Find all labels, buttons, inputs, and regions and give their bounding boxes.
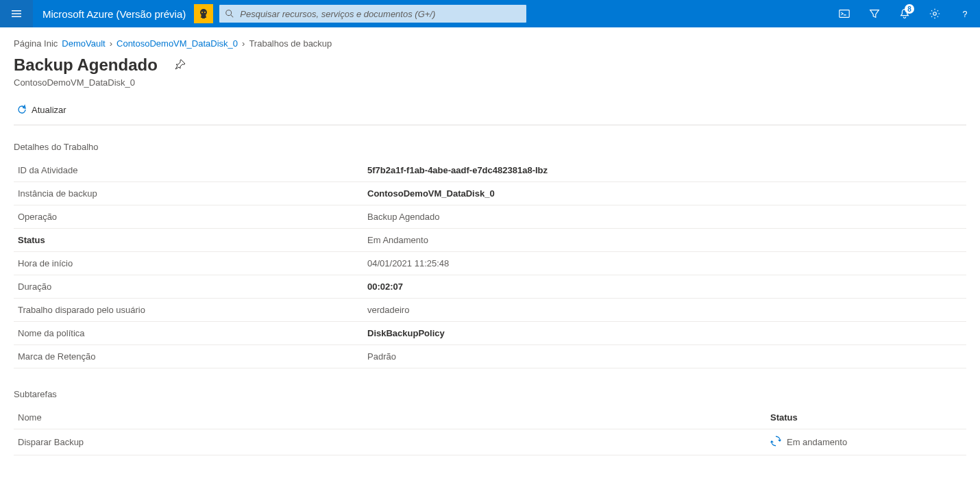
detail-label: Nome da política <box>14 322 363 345</box>
help-button[interactable]: ? <box>950 0 980 27</box>
breadcrumb-home[interactable]: Página Inic <box>14 38 58 49</box>
detail-value: 5f7b2a1f-f1ab-4abe-aadf-e7dc482381a8-Ibz <box>363 159 966 182</box>
detail-row: StatusEm Andamento <box>14 229 966 252</box>
detail-label: Duração <box>14 275 363 299</box>
pin-button[interactable] <box>174 59 185 72</box>
page-title: Backup Agendado <box>14 55 158 75</box>
detail-row: Trabalho disparado pelo usuárioverdadeir… <box>14 299 966 322</box>
subtask-name: Disparar Backup <box>18 437 770 447</box>
details-table: ID da Atividade5f7b2a1f-f1ab-4abe-aadf-e… <box>14 159 966 368</box>
detail-value: verdadeiro <box>363 299 966 322</box>
brand-label: Microsoft Azure (Versão prévia) <box>33 8 194 20</box>
page-subtitle: ContosoDemoVM_DataDisk_0 <box>14 77 966 88</box>
sync-icon <box>770 436 781 449</box>
chevron-right-icon: › <box>242 38 245 49</box>
detail-value: DiskBackupPolicy <box>363 322 966 345</box>
detail-row: ID da Atividade5f7b2a1f-f1ab-4abe-aadf-e… <box>14 159 966 182</box>
hamburger-menu-button[interactable] <box>0 0 33 27</box>
detail-row: Nome da políticaDiskBackupPolicy <box>14 322 966 345</box>
detail-label: Marca de Retenção <box>14 345 363 368</box>
details-heading: Detalhes do Trabalho <box>14 142 966 152</box>
page-content: Página InicDemoVault › ContosoDemoVM_Dat… <box>0 27 980 466</box>
detail-label: Status <box>14 229 363 252</box>
subtasks-heading: Subtarefas <box>14 389 966 399</box>
subtasks-table-header: Nome Status <box>14 406 966 429</box>
svg-text:?: ? <box>962 10 967 19</box>
refresh-icon <box>16 104 27 115</box>
detail-label: Hora de início <box>14 252 363 275</box>
preview-badge-icon[interactable] <box>194 4 213 23</box>
subtasks-col-status: Status <box>770 412 962 423</box>
detail-value: 04/01/2021 11:25:48 <box>363 252 966 275</box>
svg-rect-2 <box>840 10 849 18</box>
breadcrumb-vault[interactable]: DemoVault <box>62 38 105 49</box>
settings-button[interactable] <box>920 0 950 27</box>
subtask-row: Disparar BackupEm andamento <box>14 429 966 455</box>
detail-value: 00:02:07 <box>363 275 966 299</box>
refresh-button[interactable]: Atualizar <box>14 103 69 116</box>
detail-label: Operação <box>14 205 363 229</box>
detail-value: Backup Agendado <box>363 205 966 229</box>
detail-row: Instância de backupContosoDemoVM_DataDis… <box>14 182 966 205</box>
detail-row: OperaçãoBackup Agendado <box>14 205 966 229</box>
detail-label: ID da Atividade <box>14 159 363 182</box>
detail-label: Instância de backup <box>14 182 363 205</box>
subtask-status: Em andamento <box>770 436 962 449</box>
subtasks-section: Subtarefas Nome Status Disparar BackupEm… <box>14 389 966 455</box>
detail-row: Duração00:02:07 <box>14 275 966 299</box>
toolbar: Atualizar <box>14 97 966 125</box>
svg-point-0 <box>226 10 232 16</box>
search-box[interactable] <box>219 4 526 23</box>
cloud-shell-button[interactable] <box>829 0 859 27</box>
breadcrumb-current: Trabalhos de backup <box>249 38 332 49</box>
top-bar: Microsoft Azure (Versão prévia) 8 ? <box>0 0 980 27</box>
directory-filter-button[interactable] <box>859 0 890 27</box>
topbar-actions: 8 ? <box>829 0 980 27</box>
breadcrumb-instance[interactable]: ContosoDemoVM_DataDisk_0 <box>117 38 238 49</box>
detail-row: Hora de início04/01/2021 11:25:48 <box>14 252 966 275</box>
svg-line-1 <box>231 15 234 18</box>
detail-label: Trabalho disparado pelo usuário <box>14 299 363 322</box>
breadcrumb: Página InicDemoVault › ContosoDemoVM_Dat… <box>14 38 966 49</box>
notifications-button[interactable]: 8 <box>890 0 920 27</box>
detail-value: Padrão <box>363 345 966 368</box>
subtasks-col-name: Nome <box>18 412 770 423</box>
notification-count-badge: 8 <box>905 4 914 14</box>
search-icon <box>225 9 234 18</box>
detail-value: Em Andamento <box>363 229 966 252</box>
detail-value: ContosoDemoVM_DataDisk_0 <box>363 182 966 205</box>
svg-point-3 <box>933 12 937 16</box>
refresh-label: Atualizar <box>32 105 66 115</box>
search-input[interactable] <box>240 9 520 19</box>
chevron-right-icon: › <box>110 38 112 49</box>
detail-row: Marca de RetençãoPadrão <box>14 345 966 368</box>
